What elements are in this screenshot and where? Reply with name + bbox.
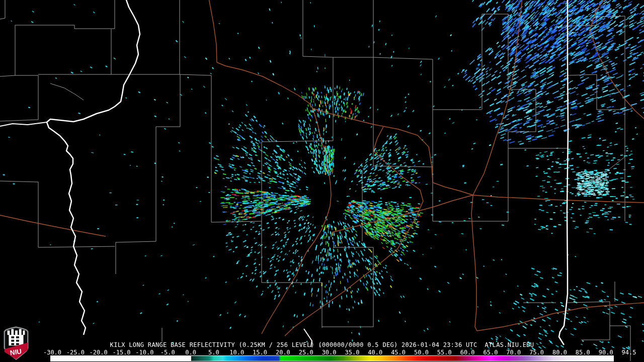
colorbar-tick-label: 75.0: [529, 349, 544, 356]
colorbar-tick-label: 85.0: [576, 349, 590, 356]
colorbar-tick-label: 20.0: [276, 349, 290, 356]
colorbar-tick-label: -20.0: [90, 349, 108, 356]
colorbar-tick-label: 70.0: [506, 349, 521, 356]
colorbar-tick-label: 80.0: [552, 349, 567, 356]
colorbar-tick-label: -30.0: [43, 349, 61, 356]
colorbar-tick-label: 30.0: [322, 349, 337, 356]
colorbar-tick-label: 35.0: [345, 349, 359, 356]
colorbar: [50, 355, 614, 361]
state-line-east: [559, 0, 568, 345]
colorbar-tick-label: 94.5: [622, 349, 636, 356]
county-boundaries: [0, 0, 630, 361]
colorbar-tick-label: 0.0: [185, 349, 196, 356]
colorbar-tick-label: -10.0: [135, 349, 153, 356]
colorbar-tick-label: 65.0: [484, 349, 498, 356]
colorbar-tick-label: 60.0: [460, 349, 475, 356]
colorbar-tick-label: 55.0: [437, 349, 452, 356]
base-map: [0, 0, 644, 362]
river-west-branch: [0, 122, 47, 126]
colorbar-tick-label: -5.0: [160, 349, 175, 356]
radar-screen: KILX LONG RANGE BASE REFLECTIVITY (0.25K…: [0, 0, 644, 362]
colorbar-tick-label: 10.0: [229, 349, 244, 356]
illinois-river: [47, 0, 140, 335]
niu-logo-text: NIU: [10, 347, 22, 356]
colorbar-labels: -30.0-25.0-20.0-15.0-10.0-5.00.05.010.01…: [0, 349, 644, 355]
colorbar-tick-label: -25.0: [66, 349, 85, 356]
colorbar-tick-label: 45.0: [391, 349, 406, 356]
colorbar-tick-label: 5.0: [208, 349, 219, 356]
colorbar-tick-label: 15.0: [253, 349, 267, 356]
product-caption: KILX LONG RANGE BASE REFLECTIVITY (0.25K…: [110, 341, 534, 348]
colorbar-tick-label: -15.0: [112, 349, 130, 356]
niu-logo: NIU: [1, 326, 31, 361]
colorbar-tick-label: 40.0: [368, 349, 382, 356]
colorbar-tick-label: 50.0: [414, 349, 429, 356]
colorbar-tick-label: 25.0: [299, 349, 313, 356]
colorbar-tick-label: 90.0: [599, 349, 613, 356]
